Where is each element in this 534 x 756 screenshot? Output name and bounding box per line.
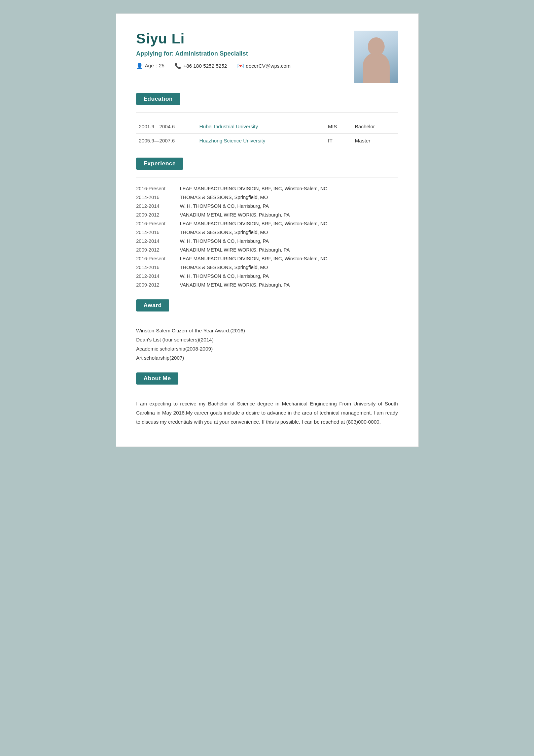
experience-badge: Experience [136,158,183,170]
applying-for: Applying for: Administration Specialist [136,50,344,57]
exp-year: 2016-Present [136,256,173,261]
exp-desc: THOMAS & SESSIONS, Springfield, MO [180,230,398,235]
experience-item: 2014-2016THOMAS & SESSIONS, Springfield,… [136,193,398,202]
experience-item: 2014-2016THOMAS & SESSIONS, Springfield,… [136,263,398,272]
award-list: Winston-Salem Citizen-of-the-Year Award.… [136,326,398,362]
edu-period: 2005.9—2007.6 [136,134,197,147]
exp-year: 2009-2012 [136,282,173,288]
about-section-header: About Me [136,372,398,385]
exp-desc: LEAF MANUFACTURING DIVISION, BRF, INC, W… [180,256,398,261]
award-item: Dean's List (four semesters)(2014) [136,335,398,344]
about-badge: About Me [136,372,178,385]
exp-year: 2012-2014 [136,203,173,209]
education-row: 2005.9—2007.6 Huazhong Science Universit… [136,134,398,147]
education-divider [136,112,398,113]
resume-card: Siyu Li Applying for: Administration Spe… [116,13,419,447]
award-badge: Award [136,299,169,311]
edu-degree: Bachelor [352,120,398,133]
experience-item: 2016-PresentLEAF MANUFACTURING DIVISION,… [136,184,398,193]
exp-desc: VANADIUM METAL WIRE WORKS, Pittsburgh, P… [180,247,398,253]
about-text: I am expecting to receive my Bachelor of… [136,399,398,426]
exp-year: 2009-2012 [136,212,173,218]
header-left: Siyu Li Applying for: Administration Spe… [136,31,344,69]
experience-item: 2009-2012VANADIUM METAL WIRE WORKS, Pitt… [136,210,398,219]
education-row: 2001.9—2004.6 Hubei Industrial Universit… [136,120,398,133]
experience-section-header: Experience [136,158,398,170]
experience-item: 2009-2012VANADIUM METAL WIRE WORKS, Pitt… [136,245,398,254]
exp-year: 2012-2014 [136,238,173,244]
exp-desc: THOMAS & SESSIONS, Springfield, MO [180,265,398,270]
exp-desc: VANADIUM METAL WIRE WORKS, Pittsburgh, P… [180,212,398,218]
age-item: 👤 Age：25 [136,63,165,69]
edu-degree: Master [352,134,398,147]
edu-university: Huazhong Science University [197,134,325,147]
education-badge: Education [136,93,180,105]
experience-item: 2012-2014 W. H. THOMPSON & CO, Harrisbur… [136,237,398,245]
email-icon: 💌 [237,63,244,69]
exp-desc: W. H. THOMPSON & CO, Harrisburg, PA [180,203,398,209]
experience-item: 2012-2014 W. H. THOMPSON & CO, Harrisbur… [136,272,398,281]
edu-period: 2001.9—2004.6 [136,120,197,133]
header-section: Siyu Li Applying for: Administration Spe… [136,31,398,83]
experience-divider [136,177,398,177]
education-section-header: Education [136,93,398,105]
award-divider [136,319,398,319]
email-text: docerCV@wps.com [246,63,291,69]
contact-row: 👤 Age：25 📞 +86 180 5252 5252 💌 docerCV@w… [136,63,344,69]
phone-item: 📞 +86 180 5252 5252 [175,63,227,69]
exp-year: 2016-Present [136,186,173,191]
exp-desc: W. H. THOMPSON & CO, Harrisburg, PA [180,273,398,279]
exp-year: 2014-2016 [136,195,173,200]
age-text: Age：25 [145,63,165,69]
edu-major: IT [325,134,352,147]
exp-year: 2016-Present [136,221,173,226]
applying-label: Applying for: [136,50,175,57]
education-table: 2001.9—2004.6 Hubei Industrial Universit… [136,120,398,147]
exp-desc: LEAF MANUFACTURING DIVISION, BRF, INC, W… [180,186,398,191]
experience-item: 2014-2016THOMAS & SESSIONS, Springfield,… [136,228,398,237]
exp-year: 2012-2014 [136,273,173,279]
edu-university: Hubei Industrial University [197,120,325,133]
experience-item: 2016-PresentLEAF MANUFACTURING DIVISION,… [136,219,398,228]
experience-list: 2016-PresentLEAF MANUFACTURING DIVISION,… [136,184,398,289]
experience-item: 2016-PresentLEAF MANUFACTURING DIVISION,… [136,254,398,263]
edu-major: MIS [325,120,352,133]
photo-box [354,31,398,83]
exp-year: 2009-2012 [136,247,173,253]
award-item: Winston-Salem Citizen-of-the-Year Award.… [136,326,398,335]
award-item: Academic scholarship(2008-2009) [136,344,398,353]
exp-desc: THOMAS & SESSIONS, Springfield, MO [180,195,398,200]
experience-item: 2012-2014 W. H. THOMPSON & CO, Harrisbur… [136,202,398,210]
exp-year: 2014-2016 [136,265,173,270]
applying-role: Administration Specialist [175,50,248,57]
award-item: Art scholarship(2007) [136,353,398,362]
phone-icon: 📞 [175,63,181,69]
experience-item: 2009-2012VANADIUM METAL WIRE WORKS, Pitt… [136,281,398,289]
exp-desc: LEAF MANUFACTURING DIVISION, BRF, INC, W… [180,221,398,226]
about-divider [136,392,398,392]
candidate-name: Siyu Li [136,31,344,47]
person-icon: 👤 [136,63,143,69]
phone-text: +86 180 5252 5252 [183,63,227,69]
award-section-header: Award [136,299,398,311]
exp-desc: VANADIUM METAL WIRE WORKS, Pittsburgh, P… [180,282,398,288]
photo-placeholder [354,31,398,83]
email-item: 💌 docerCV@wps.com [237,63,291,69]
exp-desc: W. H. THOMPSON & CO, Harrisburg, PA [180,238,398,244]
exp-year: 2014-2016 [136,230,173,235]
